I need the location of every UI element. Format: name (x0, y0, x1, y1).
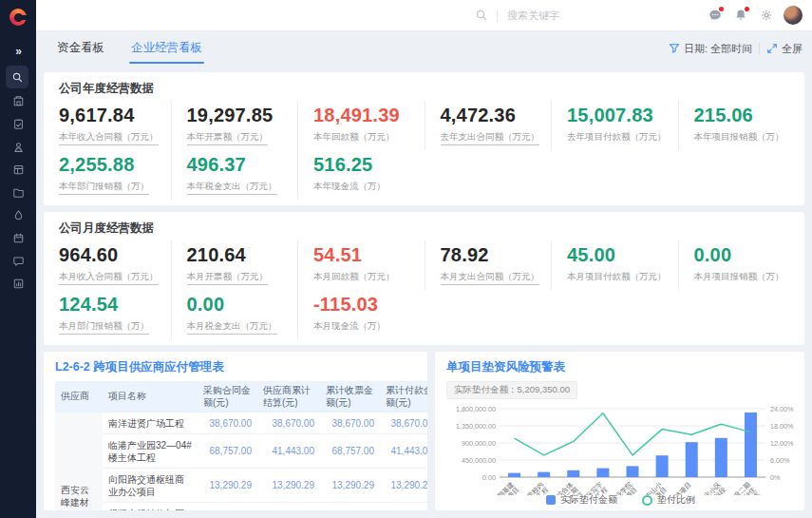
kpi-cell: 0.00本月税金支出（万元） (171, 290, 298, 339)
kpi-value: 0.00 (694, 244, 800, 266)
bell-icon[interactable] (732, 8, 748, 24)
kpi-label: 本月现金流（万） (313, 320, 386, 333)
kpi-label[interactable]: 本年开票额（万元） (187, 131, 269, 145)
global-search (473, 8, 614, 24)
kpi-label[interactable]: 本月税金支出（万元） (187, 320, 277, 335)
kpi-value: 215.06 (694, 105, 800, 126)
legend-advance-ratio[interactable]: 垫付比例 (642, 493, 695, 507)
sidebar-droplet-icon[interactable] (6, 204, 30, 226)
kpi-label[interactable]: 本月收入合同额（万元） (59, 271, 159, 285)
amount-cell: 45,000.00 (257, 503, 320, 511)
kpi-value: 4,472.36 (441, 105, 546, 126)
sidebar-clipboard-check-icon[interactable] (6, 113, 30, 135)
sidebar-spreadsheet-icon[interactable] (6, 159, 30, 181)
tab-strip: 资金看板 企业经营看板 日期: 全部时间 全屏 (36, 31, 812, 66)
table-header-cell: 累计付款金额(元) (380, 381, 427, 412)
kpi-cell: 964.60本月收入合同额（万元） (44, 240, 171, 290)
svg-text:450,000.00: 450,000.00 (462, 456, 496, 465)
chart-bar[interactable] (596, 469, 609, 477)
date-filter[interactable]: 日期: 全部时间 (669, 42, 752, 56)
kpi-cell: -115.03本月现金流（万） (297, 290, 425, 339)
supplier-table: 供应商项目名称采购合同金额(元)供应商累计结算(元)累计收票金额(元)累计付款金… (55, 381, 427, 510)
gear-icon[interactable] (758, 8, 774, 24)
svg-text:24.00%: 24.00% (770, 405, 794, 413)
chart-bar[interactable] (627, 466, 639, 477)
kpi-label: 本月项目报销额（万） (694, 271, 784, 283)
chart-bar[interactable] (686, 442, 698, 477)
kpi-label[interactable]: 本月部门报销额（万） (59, 320, 149, 335)
search-icon[interactable] (473, 8, 489, 24)
fullscreen-button[interactable]: 全屏 (766, 42, 803, 56)
svg-text:0%: 0% (770, 473, 781, 482)
app-logo-icon[interactable] (9, 9, 27, 26)
chart-bar[interactable] (715, 438, 727, 477)
svg-text:1,800,000.00: 1,800,000.00 (456, 405, 496, 413)
kpi-label[interactable]: 本年收入合同额（万元） (59, 131, 159, 145)
kpi-cell: 516.25本年现金流（万） (297, 150, 425, 200)
sidebar-expand-icon[interactable]: » (6, 40, 30, 62)
kpi-value: 78.92 (441, 244, 546, 266)
funnel-icon (669, 43, 680, 54)
project-name-cell: 南洋进贤广场工程 (103, 412, 198, 434)
tab-fund-dashboard[interactable]: 资金看板 (44, 31, 118, 66)
fullscreen-icon (766, 43, 778, 54)
chart-bar[interactable] (538, 472, 550, 477)
tab-enterprise-dashboard[interactable]: 企业经营看板 (118, 31, 216, 66)
chart-bar[interactable] (656, 455, 669, 477)
kpi-cell: 210.64本月开票额（万元） (171, 240, 298, 290)
amount-cell: 41,443.00 (257, 434, 320, 469)
kpi-value: 516.25 (313, 154, 419, 176)
sidebar-user-icon[interactable] (6, 136, 30, 158)
amount-cell: 33,000.00 (380, 503, 427, 511)
project-name-cell: 向阳路交通枢纽商业办公项目 (103, 469, 198, 503)
main-area: 资金看板 企业经营看板 日期: 全部时间 全屏 公司年度经营数据 9,617.8… (36, 0, 812, 518)
amount-cell: 56,000.00 (198, 503, 257, 511)
strip-separator (759, 43, 760, 54)
sidebar: » (0, 0, 36, 518)
kpi-cell: 4,472.36去年支出合同额（万元） (425, 101, 552, 150)
kpi-cell: 2,255.88本年部门报销额（万） (44, 150, 171, 200)
sidebar-search-icon[interactable] (6, 66, 28, 88)
bottom-row: L2-6-2 跨项目供应商应付管理表 供应商项目名称采购合同金额(元)供应商累计… (44, 352, 804, 510)
annual-card-title: 公司年度经营数据 (44, 81, 804, 97)
kpi-label[interactable]: 去年支出合同额（万元） (441, 131, 540, 145)
monthly-data-card: 公司月度经营数据 964.60本月收入合同额（万元）210.64本月开票额（万元… (44, 212, 804, 345)
svg-text:18.00%: 18.00% (770, 422, 794, 431)
fullscreen-label: 全屏 (782, 42, 803, 56)
message-icon[interactable] (707, 8, 723, 24)
supplier-table-scroll[interactable]: 供应商项目名称采购合同金额(元)供应商累计结算(元)累计收票金额(元)累计付款金… (55, 381, 427, 510)
chart-bar[interactable] (745, 412, 757, 477)
sidebar-building-icon[interactable] (6, 90, 30, 112)
sidebar-folder-icon[interactable] (6, 182, 30, 203)
legend-actual-advance[interactable]: 实际垫付金额 (546, 493, 617, 507)
kpi-label: 本年回款额（万元） (313, 131, 395, 144)
chart-bar[interactable] (567, 470, 579, 477)
chart-legend: 实际垫付金额 垫付比例 (446, 493, 795, 507)
kpi-cell: 496.37本年税金支出（万元） (171, 150, 298, 200)
kpi-cell: 18,491.39本年回款额（万元） (297, 101, 425, 150)
search-divider (497, 10, 498, 22)
sidebar-report-icon[interactable] (6, 273, 30, 295)
top-header (36, 0, 812, 31)
kpi-label[interactable]: 本年部门报销额（万） (59, 181, 149, 195)
kpi-value: 54.51 (313, 244, 419, 266)
sidebar-calendar-icon[interactable] (6, 227, 30, 249)
kpi-label[interactable]: 本月支出合同额（万元） (441, 271, 540, 285)
search-input[interactable] (505, 9, 614, 22)
kpi-cell: 15,007.83去年项目付款额（万元） (551, 101, 678, 150)
kpi-value: 18,491.39 (313, 105, 419, 126)
kpi-cell: 9,617.84本年收入合同额（万元） (44, 101, 171, 150)
chart-bar[interactable] (508, 473, 520, 477)
risk-warning-card: 单项目垫资风险预警表 实际垫付金额：5,209,350.00 1,800,000… (435, 352, 804, 510)
kpi-value: 45.00 (567, 244, 672, 266)
app: » 资金看板 企业经营看板 日期: 全部时间 (0, 0, 812, 518)
kpi-label: 本年现金流（万） (313, 181, 386, 193)
kpi-label: 本月项目付款额（万元） (567, 271, 667, 283)
amount-cell: 13,290.29 (320, 469, 380, 503)
kpi-label[interactable]: 本年税金支出（万元） (187, 181, 277, 195)
bar-legend-icon (546, 495, 556, 505)
kpi-label[interactable]: 本月开票额（万元） (187, 271, 269, 285)
kpi-value: 19,297.85 (187, 105, 293, 126)
sidebar-chat-icon[interactable] (6, 250, 30, 272)
avatar[interactable] (784, 6, 803, 25)
